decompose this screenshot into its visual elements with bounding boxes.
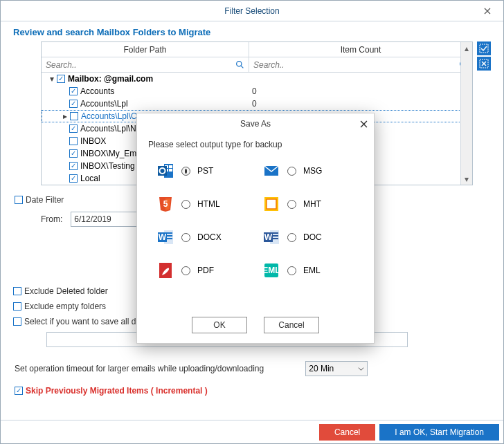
tree-expander	[61, 150, 68, 157]
row-checkbox[interactable]: ✓	[69, 100, 78, 108]
dialog-title-text: Save As	[240, 119, 271, 129]
scroll-down-button[interactable]: ▾	[461, 173, 472, 185]
format-option-msg[interactable]: MSG	[262, 162, 354, 180]
search-icon	[235, 60, 244, 69]
svg-text:5: 5	[163, 199, 168, 209]
deselect-all-button[interactable]	[477, 57, 491, 71]
row-checkbox[interactable]: ✓	[69, 174, 78, 183]
grid-search-row	[42, 57, 472, 73]
row-checkbox[interactable]: ✓	[69, 162, 78, 170]
dialog-ok-button[interactable]: OK	[192, 317, 247, 333]
window-title: Filter Selection	[224, 6, 279, 16]
format-radio[interactable]	[287, 167, 296, 176]
format-radio[interactable]	[181, 200, 190, 209]
dialog-cancel-button[interactable]: Cancel	[264, 317, 319, 333]
mht-icon	[262, 195, 280, 213]
exclude-deleted-checkbox[interactable]: ✓	[13, 287, 21, 295]
start-migration-button[interactable]: I am OK, Start Migration	[379, 424, 499, 441]
save-as-dialog: Save As Please select output type for ba…	[136, 113, 375, 344]
svg-rect-6	[169, 165, 172, 168]
format-radio[interactable]	[287, 266, 296, 275]
timeout-label: Set operation timeout for larger emails …	[15, 364, 264, 373]
row-label: Local	[80, 174, 100, 183]
tree-expander[interactable]: ▾	[48, 75, 55, 82]
format-radio[interactable]	[287, 233, 296, 242]
close-icon	[484, 8, 491, 15]
skip-migrated-checkbox[interactable]: ✓	[15, 387, 23, 395]
col-header-folder-path[interactable]: Folder Path	[42, 42, 249, 57]
svg-rect-2	[480, 44, 488, 53]
window-close-button[interactable]	[471, 1, 503, 21]
row-checkbox[interactable]: ✓	[70, 112, 78, 120]
table-row[interactable]: ✓Accounts0	[42, 85, 472, 98]
row-checkbox[interactable]: ✓	[57, 75, 65, 83]
dialog-close-button[interactable]	[357, 118, 370, 130]
tree-expander	[61, 175, 68, 182]
save-all-label: Select if you want to save all dat	[24, 317, 143, 326]
tree-expander[interactable]: ▸	[62, 113, 69, 120]
format-grid: PSTMSG5HTMLMHTWDOCXWDOCPDFEMLEML	[137, 156, 374, 285]
skip-migrated-label: Skip Previously Migrated Items ( Increme…	[26, 386, 208, 396]
svg-text:W: W	[159, 232, 167, 242]
date-filter-label: Date Filter	[26, 195, 64, 205]
row-checkbox[interactable]: ✓	[69, 149, 78, 158]
table-row[interactable]: ✓Accounts\Lpl0	[42, 98, 472, 110]
format-radio[interactable]	[287, 200, 296, 209]
format-label: MSG	[303, 166, 322, 176]
save-all-checkbox[interactable]: ✓	[13, 317, 21, 326]
format-radio[interactable]	[181, 266, 190, 275]
format-label: DOC	[303, 232, 322, 242]
row-checkbox[interactable]: ✓	[69, 137, 78, 145]
footer: Cancel I am OK, Start Migration	[1, 420, 503, 443]
col-header-item-count[interactable]: Item Count	[249, 42, 472, 57]
page-heading: Review and search Mailbox Folders to Mig…	[1, 21, 503, 41]
vertical-scrollbar[interactable]: ▴ ▾	[460, 42, 472, 185]
format-option-eml[interactable]: EMLEML	[262, 261, 354, 279]
row-label: Mailbox: @gmail.com	[68, 74, 153, 84]
row-label: INBOX\Testing M	[80, 161, 144, 171]
format-option-doc[interactable]: WDOC	[262, 228, 354, 246]
tree-expander	[61, 88, 68, 95]
svg-rect-8	[169, 169, 172, 172]
row-count: 0	[249, 99, 472, 109]
html5-icon: 5	[156, 195, 174, 213]
format-label: HTML	[197, 199, 220, 209]
from-date-value: 6/12/2019	[74, 214, 111, 224]
word-icon: W	[262, 228, 280, 246]
row-label: INBOX\My_Email	[80, 149, 145, 158]
wordx-icon: W	[156, 228, 174, 246]
cancel-button[interactable]: Cancel	[319, 424, 375, 441]
row-checkbox[interactable]: ✓	[69, 87, 78, 95]
format-radio[interactable]	[181, 167, 190, 176]
format-label: PST	[197, 166, 213, 176]
format-option-mht[interactable]: MHT	[262, 195, 354, 213]
uncheck-all-icon	[479, 59, 489, 68]
check-all-icon	[479, 44, 489, 53]
format-label: EML	[303, 266, 321, 275]
svg-text:EML: EML	[262, 266, 280, 275]
tree-expander	[61, 138, 68, 145]
svg-point-0	[237, 62, 242, 66]
format-label: DOCX	[197, 232, 222, 242]
format-option-docx[interactable]: WDOCX	[156, 228, 249, 246]
svg-rect-14	[267, 199, 276, 209]
row-checkbox[interactable]: ✓	[69, 124, 78, 133]
search-count-input[interactable]	[253, 60, 468, 70]
format-radio[interactable]	[181, 233, 190, 242]
tree-expander	[61, 125, 68, 132]
scroll-up-button[interactable]: ▴	[461, 42, 472, 54]
search-folder-input[interactable]	[46, 60, 244, 70]
row-label: INBOX	[80, 136, 106, 146]
timeout-select[interactable]: 20 Min	[305, 361, 368, 376]
format-option-pst[interactable]: PST	[156, 162, 249, 180]
dialog-title: Save As	[137, 113, 374, 134]
eml-icon: EML	[262, 261, 280, 279]
format-option-html[interactable]: 5HTML	[156, 195, 249, 213]
select-all-button[interactable]	[477, 41, 491, 55]
exclude-empty-checkbox[interactable]: ✓	[13, 302, 21, 311]
row-count: 0	[249, 86, 472, 96]
exclude-empty-label: Exclude empty folders	[24, 302, 106, 311]
table-row[interactable]: ▾✓Mailbox: @gmail.com	[42, 73, 472, 85]
format-option-pdf[interactable]: PDF	[156, 261, 249, 279]
date-filter-checkbox[interactable]: ✓	[15, 196, 23, 204]
